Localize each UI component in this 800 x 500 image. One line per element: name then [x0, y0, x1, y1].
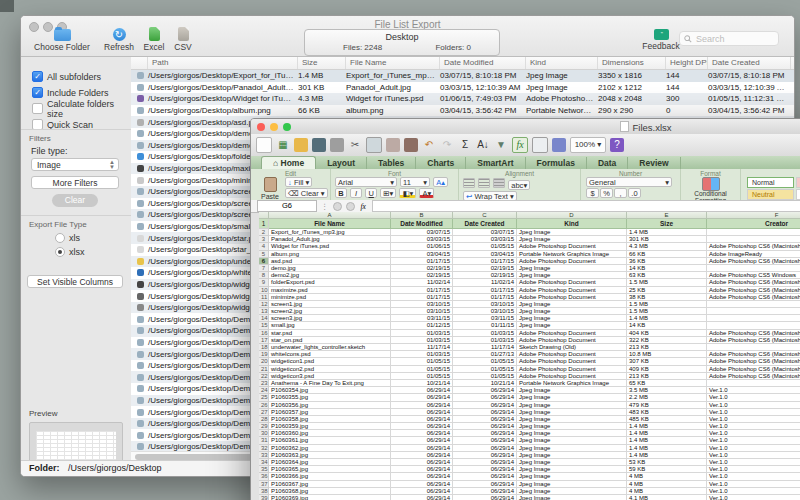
cell-filename[interactable]: widgeticon3.psd — [269, 373, 391, 380]
row-header-29[interactable]: 29 — [259, 423, 269, 430]
cell-date-modified[interactable]: 06/29/14 — [391, 416, 453, 423]
row-header-9[interactable]: 9 — [259, 279, 269, 286]
number-format-select[interactable]: General ▾ — [586, 177, 672, 187]
cell-date-created[interactable]: 06/29/14 — [453, 445, 517, 452]
cell-size[interactable]: 53 KB — [627, 459, 707, 466]
row-header-37[interactable]: 37 — [259, 481, 269, 488]
cell-date-modified[interactable]: 11/02/14 — [391, 279, 453, 286]
orientation-button[interactable]: abc▾ — [508, 180, 530, 190]
italic-button[interactable]: I — [350, 188, 362, 198]
cell-filename[interactable]: minimize.psd — [269, 294, 391, 301]
cell-creator[interactable]: Ver.1.0 — [707, 495, 800, 500]
cell-date-modified[interactable]: 11/17/14 — [391, 344, 453, 351]
row-header-13[interactable]: 13 — [259, 308, 269, 315]
cell-size[interactable]: 4 MB — [627, 488, 707, 495]
cell-size[interactable]: 10.8 MB — [627, 351, 707, 358]
cell-kind[interactable]: Adobe Photoshop Document — [517, 358, 627, 365]
cell-date-modified[interactable]: 06/29/14 — [391, 445, 453, 452]
cell-size[interactable]: 1.5 MB — [627, 308, 707, 315]
column-header-B[interactable]: B — [391, 212, 453, 219]
cell-size[interactable]: 1.4 MB — [627, 445, 707, 452]
cell-date-created[interactable]: 11/17/14 — [453, 344, 517, 351]
cell-kind[interactable]: Jpeg Image — [517, 445, 627, 452]
cell-filename[interactable]: P1060363.jpg — [269, 452, 391, 459]
column-header-A[interactable]: A — [269, 212, 391, 219]
cell-kind[interactable]: Jpeg Image — [517, 409, 627, 416]
cell-date-created[interactable]: 06/29/14 — [453, 495, 517, 500]
cell-date-created[interactable]: 03/04/15 — [453, 251, 517, 258]
cell-date-created[interactable]: 01/27/13 — [453, 351, 517, 358]
table-row[interactable]: /Users/giorgos/Desktop/Widget for iTunes… — [131, 93, 794, 105]
row-header-36[interactable]: 36 — [259, 473, 269, 480]
cell-creator[interactable]: Ver.1.0 — [707, 423, 800, 430]
cell-filename[interactable]: underwater_lights_controller.sketch — [269, 344, 391, 351]
tab-tables[interactable]: Tables — [367, 157, 416, 169]
cell-creator[interactable]: Adobe Photoshop CS6 (Macintosh) — [707, 337, 800, 344]
cell-size[interactable]: 63 KB — [627, 272, 707, 279]
cell-date-modified[interactable]: 10/21/14 — [391, 380, 453, 387]
tab-review[interactable]: Review — [628, 157, 680, 169]
cell-size[interactable]: 307 KB — [627, 358, 707, 365]
cell-creator[interactable] — [707, 236, 800, 243]
cell-date-created[interactable]: 11/02/14 — [453, 279, 517, 286]
cell-filename[interactable]: star.psd — [269, 330, 391, 337]
cell-size[interactable]: 4 MB — [627, 473, 707, 480]
fill-button[interactable]: ↓ Fill ▾ — [285, 177, 312, 187]
cell-date-created[interactable]: 03/07/15 — [453, 229, 517, 236]
cell-kind[interactable]: Portable Network Graphics Image — [517, 251, 627, 258]
cell-kind[interactable]: Jpeg Image — [517, 229, 627, 236]
row-header-23[interactable]: 23 — [259, 380, 269, 387]
cell-filename[interactable]: demo.jpg — [269, 265, 391, 272]
cell-date-created[interactable]: 06/29/14 — [453, 466, 517, 473]
cell-kind[interactable]: Jpeg Image — [517, 416, 627, 423]
bold-button[interactable]: B — [335, 188, 347, 198]
column-header-D[interactable]: D — [517, 212, 627, 219]
row-header-35[interactable]: 35 — [259, 466, 269, 473]
cell-filename[interactable]: screen3.jpg — [269, 315, 391, 322]
cell-creator[interactable]: Adobe Photoshop CS5 Windows — [707, 272, 800, 279]
sort-icon[interactable]: A↓ — [476, 138, 490, 152]
cell-date-modified[interactable]: 03/10/15 — [391, 301, 453, 308]
cell-date-created[interactable]: 06/29/14 — [453, 394, 517, 401]
cell-filename[interactable]: maximize.psd — [269, 287, 391, 294]
cell-creator[interactable]: Adobe Photoshop CS6 (Macintosh) — [707, 287, 800, 294]
cell-creator[interactable]: Ver.1.0 — [707, 402, 800, 409]
borders-button[interactable]: ⊞▾ — [380, 188, 396, 198]
redo-icon[interactable]: ↷ — [440, 138, 454, 152]
cell-date-modified[interactable]: 06/29/14 — [391, 402, 453, 409]
cell-kind[interactable]: Jpeg Image — [517, 308, 627, 315]
cell-creator[interactable]: Ver.1.0 — [707, 394, 800, 401]
cell-filename[interactable]: P1060362.jpg — [269, 445, 391, 452]
cell-filename[interactable]: widgeticon1.psd — [269, 358, 391, 365]
cell-creator[interactable]: Ver.1.0 — [707, 466, 800, 473]
cell-creator[interactable]: Adobe ImageReady — [707, 251, 800, 258]
cell-creator[interactable]: Ver.1.0 — [707, 430, 800, 437]
set-visible-columns-button[interactable]: Set Visible Columns — [27, 275, 123, 288]
cell-filename[interactable]: P1060355.jpg — [269, 394, 391, 401]
cell-date-modified[interactable]: 01/05/15 — [391, 358, 453, 365]
cell-date-modified[interactable]: 02/19/15 — [391, 265, 453, 272]
cell-reference-box[interactable]: G6 — [257, 200, 317, 212]
grow-font-button[interactable]: A▴ — [433, 177, 448, 187]
cell-date-modified[interactable]: 06/29/14 — [391, 452, 453, 459]
column-header-F[interactable]: F — [707, 212, 800, 219]
cell-creator[interactable]: Ver.1.0 — [707, 452, 800, 459]
cell-creator[interactable]: Ver.1.0 — [707, 473, 800, 480]
cell-filename[interactable]: whiteIcons.psd — [269, 351, 391, 358]
cell-filename[interactable]: P1060354.jpg — [269, 387, 391, 394]
table-row[interactable]: /Users/giorgos/Desktop/Panadol_Adult.jpg… — [131, 82, 794, 94]
cell-kind[interactable]: Adobe Photoshop Document — [517, 294, 627, 301]
cell-date-created[interactable]: 01/03/15 — [453, 337, 517, 344]
column-header-file-name[interactable]: File Name — [346, 57, 440, 69]
cell-date-modified[interactable]: 03/03/15 — [391, 236, 453, 243]
sheet-header-cell[interactable]: File Name — [269, 219, 391, 229]
cut-icon[interactable]: ✂ — [348, 138, 362, 152]
style-normal[interactable]: Normal — [747, 177, 794, 188]
row-header-12[interactable]: 12 — [259, 301, 269, 308]
checkbox-all-subfolders[interactable]: ✓All subfolders — [32, 71, 101, 82]
cell-date-created[interactable]: 06/29/14 — [453, 409, 517, 416]
cell-kind[interactable]: Jpeg Image — [517, 394, 627, 401]
cell-date-modified[interactable]: 01/12/15 — [391, 322, 453, 329]
cell-date-created[interactable]: 06/29/14 — [453, 402, 517, 409]
row-header-25[interactable]: 25 — [259, 394, 269, 401]
